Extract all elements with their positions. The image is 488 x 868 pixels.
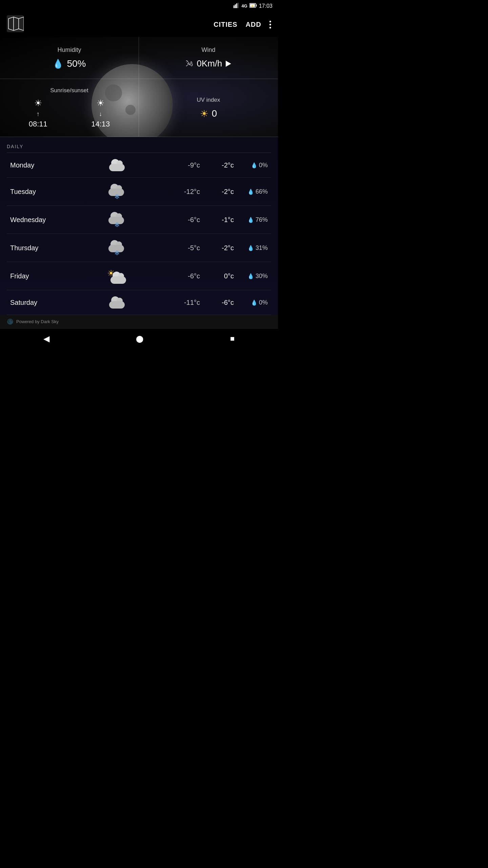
humidity-value: 💧 50%	[7, 58, 132, 69]
status-bar: 4G ⚡ 17:03	[0, 0, 278, 12]
uv-label: UV index	[197, 97, 220, 103]
day-low-tuesday: -12°c	[169, 188, 200, 196]
wind-direction-arrow	[226, 61, 231, 67]
more-menu-button[interactable]	[269, 21, 271, 28]
sunrise-icon: ☀	[34, 98, 42, 108]
weather-icon-friday: ☀	[68, 268, 166, 284]
day-low-monday: -9°c	[169, 161, 200, 169]
wind-label: Wind	[146, 46, 271, 54]
humidity-panel: Humidity 💧 50%	[0, 37, 139, 79]
cities-button[interactable]: CITIES	[214, 21, 237, 28]
wind-value: 🌬 0Km/h	[146, 58, 271, 69]
top-navigation: CITIES ADD	[0, 12, 278, 37]
svg-rect-5	[256, 4, 257, 6]
uv-value: ☀ 0	[200, 108, 217, 119]
wind-panel: Wind 🌬 0Km/h	[139, 37, 278, 79]
weather-icon-thursday: ❄	[68, 240, 166, 256]
day-precip-monday: 💧 0%	[237, 162, 268, 169]
day-precip-wednesday: 💧 76%	[237, 216, 268, 223]
table-row: Thursday ❄ -5°c -2°c 💧 31%	[7, 234, 271, 262]
dark-sky-logo: 🌑	[7, 318, 14, 325]
drop-icon: 💧	[251, 162, 258, 169]
sunrise-times: ☀ ↑ 08:11 ☀ ↓ 14:13	[7, 98, 132, 129]
day-low-wednesday: -6°c	[169, 216, 200, 224]
svg-rect-0	[233, 5, 235, 8]
day-precip-friday: 💧 30%	[237, 273, 268, 280]
day-name-friday: Friday	[10, 272, 64, 280]
uv-panel: UV index ☀ 0	[139, 79, 278, 137]
daily-header: DAILY	[7, 144, 271, 153]
add-button[interactable]: ADD	[246, 21, 261, 28]
table-row: Saturday -11°c -6°c 💧 0%	[7, 290, 271, 315]
snow-icon: ❄	[114, 249, 120, 257]
svg-rect-2	[236, 3, 237, 8]
footer: 🌑 Powered by Dark Sky	[0, 315, 278, 328]
humidity-number: 50%	[67, 58, 86, 69]
weather-info-row-1: Humidity 💧 50% Wind 🌬 0Km/h	[0, 37, 278, 79]
table-row: Monday -9°c -2°c 💧 0%	[7, 153, 271, 178]
weather-icon-saturday	[68, 296, 166, 309]
sunrise-item: ☀ ↑ 08:11	[29, 98, 47, 129]
drop-icon: 💧	[251, 299, 258, 306]
weather-info-row-2: Sunrise/sunset ☀ ↑ 08:11 ☀ ↓ 14:13 UV in…	[0, 79, 278, 137]
home-button[interactable]: ⬤	[136, 335, 143, 343]
dot-2	[269, 24, 271, 25]
sunrise-panel: Sunrise/sunset ☀ ↑ 08:11 ☀ ↓ 14:13	[0, 79, 139, 137]
daily-section: DAILY Monday -9°c -2°c 💧 0% Tuesday	[0, 137, 278, 315]
uv-sun-icon: ☀	[200, 108, 208, 119]
sunrise-label: Sunrise/sunset	[7, 87, 132, 94]
table-row: Friday ☀ -6°c 0°c 💧 30%	[7, 262, 271, 290]
day-precip-saturday: 💧 0%	[237, 299, 268, 306]
signal-icon	[233, 3, 240, 9]
day-high-thursday: -2°c	[203, 244, 234, 252]
day-low-friday: -6°c	[169, 272, 200, 280]
sunrise-arrow: ↑	[37, 111, 40, 118]
table-row: Tuesday ❄ -12°c -2°c 💧 66%	[7, 178, 271, 206]
drop-icon: 💧	[247, 189, 254, 195]
day-precip-thursday: 💧 31%	[237, 244, 268, 252]
map-logo-button[interactable]	[7, 15, 24, 34]
day-high-friday: 0°c	[203, 272, 234, 280]
weather-icon-wednesday: ❄	[68, 212, 166, 228]
drop-icon: 💧	[247, 245, 254, 251]
drop-icon: 💧	[247, 273, 254, 279]
sunset-arrow: ↓	[99, 111, 102, 118]
day-name-saturday: Saturday	[10, 299, 64, 307]
snow-icon: ❄	[114, 193, 120, 201]
day-high-tuesday: -2°c	[203, 188, 234, 196]
battery-icon: ⚡	[249, 3, 257, 9]
time-display: 17:03	[259, 3, 272, 9]
day-high-monday: -2°c	[203, 161, 234, 169]
day-low-saturday: -11°c	[169, 299, 200, 307]
drop-icon: 💧	[247, 217, 254, 223]
network-label: 4G	[242, 3, 247, 8]
powered-by-label: Powered by Dark Sky	[16, 319, 59, 324]
snow-icon: ❄	[114, 221, 120, 229]
sunset-time: 14:13	[91, 120, 110, 129]
svg-rect-3	[238, 3, 239, 8]
wind-icon: 🌬	[186, 59, 193, 68]
recent-button[interactable]: ■	[230, 334, 235, 343]
svg-text:⚡: ⚡	[251, 4, 254, 7]
dot-3	[269, 27, 271, 28]
day-low-thursday: -5°c	[169, 244, 200, 252]
day-name-thursday: Thursday	[10, 244, 64, 252]
day-high-wednesday: -1°c	[203, 216, 234, 224]
sunrise-time: 08:11	[29, 120, 47, 129]
day-name-monday: Monday	[10, 161, 64, 169]
dot-1	[269, 21, 271, 22]
back-button[interactable]: ◀	[43, 334, 49, 343]
uv-number: 0	[212, 108, 217, 119]
weather-background: Humidity 💧 50% Wind 🌬 0Km/h Sunrise/suns…	[0, 37, 278, 137]
svg-rect-1	[235, 4, 236, 8]
table-row: Wednesday ❄ -6°c -1°c 💧 76%	[7, 206, 271, 234]
day-name-wednesday: Wednesday	[10, 216, 64, 224]
day-name-tuesday: Tuesday	[10, 188, 64, 196]
nav-actions: CITIES ADD	[214, 21, 271, 28]
day-high-saturday: -6°c	[203, 299, 234, 307]
sunset-item: ☀ ↓ 14:13	[91, 98, 110, 129]
humidity-label: Humidity	[7, 46, 132, 54]
humidity-drop-icon: 💧	[53, 59, 63, 69]
sunset-icon: ☀	[97, 98, 104, 108]
day-precip-tuesday: 💧 66%	[237, 188, 268, 195]
